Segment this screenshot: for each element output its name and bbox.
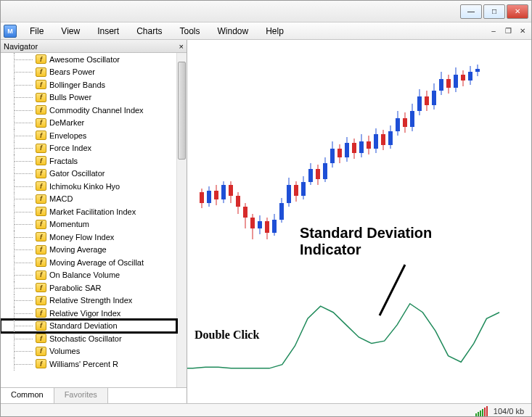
indicator-icon: f — [36, 156, 46, 165]
indicator-icon: f — [36, 54, 46, 64]
connection-bars-icon — [475, 406, 488, 416]
indicator-item[interactable]: fCommodity Channel Index — [1, 104, 176, 117]
svg-rect-61 — [417, 96, 422, 111]
indicator-item[interactable]: fMoney Flow Index — [1, 231, 176, 244]
svg-rect-51 — [381, 134, 385, 145]
navigator-scrollbar[interactable] — [176, 53, 187, 387]
indicator-item[interactable]: fForce Index — [1, 142, 176, 155]
indicator-icon: f — [36, 321, 46, 331]
indicator-item[interactable]: fAwesome Oscillator — [1, 53, 176, 66]
svg-rect-5 — [214, 191, 218, 199]
svg-rect-3 — [207, 191, 211, 203]
indicator-item[interactable]: fFractals — [1, 154, 176, 168]
svg-rect-37 — [330, 149, 335, 163]
window-minimize-button[interactable]: — — [460, 4, 482, 19]
window-close-button[interactable]: ✕ — [507, 4, 528, 19]
svg-rect-31 — [308, 169, 313, 182]
svg-rect-55 — [396, 118, 400, 131]
indicator-icon: f — [36, 220, 46, 229]
indicator-icon: f — [36, 245, 46, 255]
menu-view[interactable]: View — [52, 24, 89, 38]
mdi-restore-button[interactable]: ❐ — [502, 26, 514, 36]
indicator-icon: f — [36, 105, 46, 115]
indicator-item[interactable]: fEnvelopes — [1, 129, 176, 142]
indicator-icon: f — [36, 80, 46, 89]
indicator-label: Moving Average — [49, 245, 107, 254]
indicator-item[interactable]: fBulls Power — [1, 91, 176, 104]
indicator-label: Volumes — [49, 347, 80, 355]
indicator-item[interactable]: fParabolic SAR — [1, 281, 176, 294]
svg-rect-25 — [287, 185, 291, 203]
svg-rect-27 — [294, 185, 298, 196]
window-maximize-button[interactable]: □ — [483, 4, 505, 19]
svg-rect-33 — [316, 169, 320, 179]
indicator-item[interactable]: fBollinger Bands — [1, 78, 176, 91]
svg-rect-71 — [454, 75, 458, 88]
indicator-item[interactable]: fOn Balance Volume — [1, 269, 176, 282]
svg-rect-49 — [374, 134, 378, 149]
indicator-item[interactable]: fMoving Average — [1, 244, 176, 257]
svg-rect-67 — [439, 79, 443, 91]
indicator-icon: f — [36, 308, 46, 318]
indicator-label: Money Flow Index — [49, 233, 114, 241]
indicator-item[interactable]: fStochastic Oscillator — [1, 332, 176, 345]
menu-window[interactable]: Window — [209, 24, 258, 38]
menu-file[interactable]: File — [21, 24, 52, 38]
indicator-icon: f — [36, 93, 46, 102]
indicator-item[interactable]: fGator Oscillator — [1, 168, 176, 181]
svg-rect-7 — [221, 185, 226, 199]
indicator-item[interactable]: fMoving Average of Oscillat — [1, 256, 176, 269]
indicator-label: Envelopes — [49, 131, 86, 140]
navigator-scroll-thumb[interactable] — [178, 62, 186, 160]
svg-rect-11 — [236, 196, 240, 207]
tab-favorites[interactable]: Favorites — [54, 388, 108, 403]
indicator-item[interactable]: fStandard Deviation — [1, 320, 176, 333]
indicator-icon: f — [36, 67, 46, 77]
indicator-label: Parabolic SAR — [49, 284, 102, 292]
indicator-item[interactable]: fBears Power — [1, 66, 176, 79]
menu-charts[interactable]: Charts — [128, 24, 171, 38]
mdi-close-button[interactable]: ✕ — [517, 26, 528, 36]
svg-rect-1 — [200, 192, 204, 203]
indicator-item[interactable]: fRelative Strength Index — [1, 294, 176, 307]
svg-rect-29 — [301, 182, 306, 196]
indicator-label: Moving Average of Oscillat — [49, 258, 144, 267]
menu-insert[interactable]: Insert — [89, 24, 128, 38]
indicator-label: Bulls Power — [49, 93, 91, 102]
indicator-item[interactable]: fMarket Facilitation Index — [1, 205, 176, 218]
indicator-item[interactable]: fMomentum — [1, 218, 176, 231]
indicator-label: Fractals — [49, 157, 78, 165]
indicator-item[interactable]: fDeMarker — [1, 117, 176, 130]
mdi-minimize-button[interactable]: – — [488, 26, 499, 36]
tab-common[interactable]: Common — [1, 388, 54, 403]
svg-rect-39 — [337, 149, 342, 157]
chart-canvas — [187, 40, 531, 403]
svg-rect-21 — [272, 220, 277, 233]
window-titlebar: — □ ✕ — [1, 1, 531, 22]
indicator-icon: f — [36, 257, 46, 267]
menubar: M FileViewInsertChartsToolsWindowHelp – … — [1, 22, 531, 40]
svg-rect-41 — [345, 143, 349, 157]
menu-help[interactable]: Help — [257, 24, 292, 38]
indicator-item[interactable]: fRelative Vigor Index — [1, 307, 176, 320]
indicator-item[interactable]: fMACD — [1, 193, 176, 206]
indicator-item[interactable]: fWilliams' Percent R — [1, 358, 176, 371]
svg-rect-15 — [250, 218, 255, 228]
indicator-label: Relative Vigor Index — [49, 309, 120, 318]
navigator-title: Navigator — [4, 42, 38, 51]
chart-area[interactable]: Standard Deviation Indicator Double Clic… — [187, 40, 531, 403]
indicator-label: Force Index — [49, 144, 91, 152]
svg-rect-43 — [352, 143, 356, 153]
menu-tools[interactable]: Tools — [171, 24, 209, 38]
navigator-panel: Navigator × fAwesome OscillatorfBears Po… — [1, 40, 187, 403]
indicator-label: Bollinger Bands — [49, 80, 105, 89]
indicator-icon: f — [36, 271, 46, 280]
annotation-title: Standard Deviation Indicator — [300, 225, 432, 258]
svg-rect-9 — [229, 185, 233, 196]
indicator-label: Stochastic Oscillator — [49, 334, 122, 343]
indicator-item[interactable]: fIchimoku Kinko Hyo — [1, 180, 176, 193]
navigator-close-button[interactable]: × — [179, 42, 184, 51]
indicator-icon: f — [36, 194, 46, 204]
indicator-item[interactable]: fVolumes — [1, 345, 176, 358]
indicator-icon: f — [36, 144, 46, 153]
